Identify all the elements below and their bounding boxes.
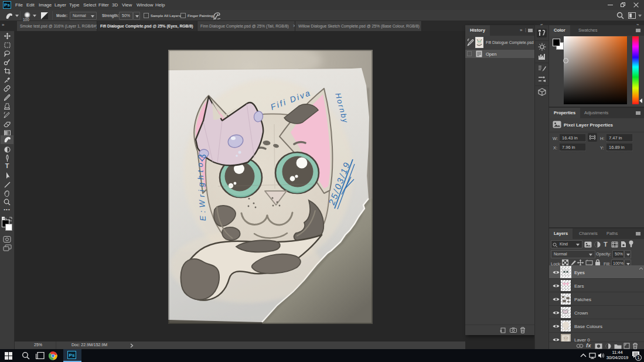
- svg-text:1: 1: [638, 356, 640, 360]
